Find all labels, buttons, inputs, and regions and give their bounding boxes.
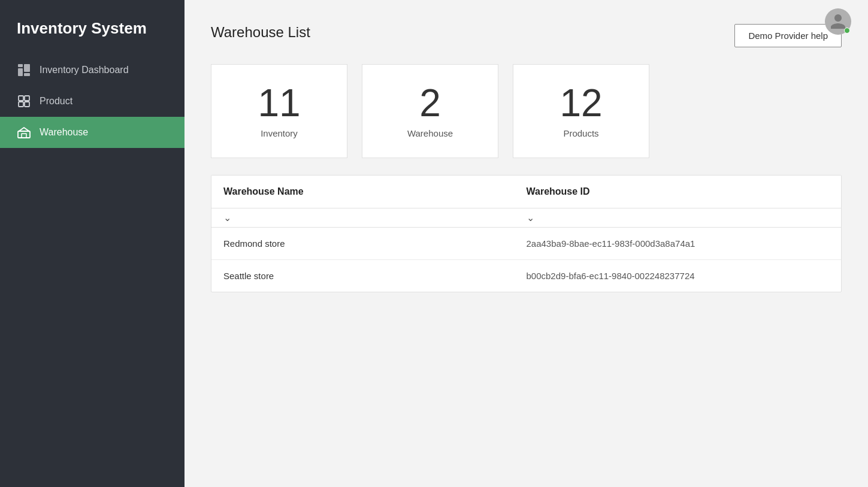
svg-rect-4	[19, 96, 23, 101]
table-row[interactable]: Redmond store 2aa43ba9-8bae-ec11-983f-00…	[211, 228, 841, 260]
sidebar: Inventory System Inventory Dashboard	[0, 0, 185, 487]
col-header-id: Warehouse ID	[527, 186, 830, 197]
sidebar-item-label: Inventory Dashboard	[40, 65, 129, 75]
svg-rect-2	[24, 64, 30, 72]
page-header: Warehouse List Demo Provider help	[211, 24, 842, 47]
col-header-name: Warehouse Name	[223, 186, 527, 197]
svg-rect-7	[25, 102, 29, 107]
svg-rect-9	[22, 134, 26, 138]
svg-rect-0	[18, 64, 23, 67]
stat-number-products: 12	[559, 84, 602, 122]
table-header: Warehouse Name Warehouse ID	[211, 176, 841, 208]
sidebar-item-label: Warehouse	[40, 127, 88, 138]
main-content: Warehouse List Demo Provider help 11 Inv…	[185, 0, 868, 487]
page-title: Warehouse List	[211, 24, 310, 41]
stat-card-warehouse: 2 Warehouse	[362, 64, 498, 158]
user-avatar-area	[825, 8, 851, 35]
sidebar-item-label: Product	[40, 96, 72, 107]
svg-rect-6	[19, 102, 23, 107]
sort-chevron-name[interactable]: ⌄	[223, 212, 231, 223]
sidebar-nav: Inventory Dashboard Product	[0, 55, 185, 148]
svg-rect-1	[18, 68, 23, 76]
svg-rect-5	[25, 96, 29, 101]
stat-label-inventory: Inventory	[261, 128, 298, 138]
stat-label-products: Products	[563, 128, 598, 138]
warehouse-table: Warehouse Name Warehouse ID ⌄ ⌄ Redmond …	[211, 175, 842, 292]
stat-card-products: 12 Products	[513, 64, 649, 158]
dashboard-icon	[17, 63, 31, 77]
avatar[interactable]	[825, 8, 851, 35]
warehouse-name-1: Seattle store	[223, 271, 527, 281]
warehouse-name-0: Redmond store	[223, 238, 527, 249]
table-row[interactable]: Seattle store b00cb2d9-bfa6-ec11-9840-00…	[211, 260, 841, 292]
stat-number-warehouse: 2	[419, 84, 441, 122]
sort-col-name: ⌄	[223, 212, 527, 223]
sidebar-item-warehouse[interactable]: Warehouse	[0, 117, 185, 148]
svg-rect-3	[24, 73, 30, 76]
stat-label-warehouse: Warehouse	[407, 128, 453, 138]
warehouse-id-1: b00cb2d9-bfa6-ec11-9840-002248237724	[527, 271, 830, 281]
app-title: Inventory System	[0, 0, 185, 55]
sort-col-id: ⌄	[527, 212, 830, 223]
sidebar-item-inventory-dashboard[interactable]: Inventory Dashboard	[0, 55, 185, 86]
warehouse-id-0: 2aa43ba9-8bae-ec11-983f-000d3a8a74a1	[527, 238, 830, 249]
product-icon	[17, 94, 31, 108]
stat-card-inventory: 11 Inventory	[211, 64, 347, 158]
sidebar-item-product[interactable]: Product	[0, 86, 185, 117]
svg-rect-8	[18, 131, 30, 138]
sort-chevron-id[interactable]: ⌄	[527, 212, 534, 223]
stat-number-inventory: 11	[258, 84, 300, 122]
stat-cards: 11 Inventory 2 Warehouse 12 Products	[211, 64, 842, 158]
warehouse-icon	[17, 125, 31, 140]
online-indicator	[844, 28, 850, 34]
table-sort-row: ⌄ ⌄	[211, 208, 841, 228]
